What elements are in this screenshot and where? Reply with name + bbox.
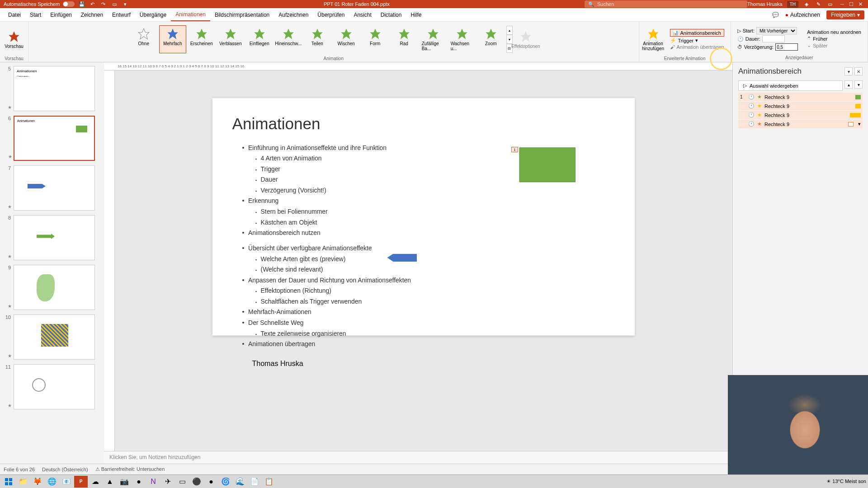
save-icon[interactable]: 💾 <box>78 0 85 8</box>
weather-widget[interactable]: ☀ 13°C Meist son <box>826 479 866 484</box>
anim-verblassen[interactable]: Verblassen <box>217 25 244 53</box>
language-status[interactable]: Deutsch (Österreich) <box>42 467 88 472</box>
app-icon[interactable]: ● <box>132 476 146 488</box>
tab-animationen[interactable]: Animationen <box>171 9 210 21</box>
anim-erscheinen[interactable]: Erscheinen <box>188 25 215 53</box>
comments-icon[interactable]: 💬 <box>772 12 779 18</box>
tab-start[interactable]: Start <box>25 9 46 21</box>
app-icon[interactable]: 📄 <box>248 476 261 488</box>
outlook-icon[interactable]: 📧 <box>60 476 73 488</box>
tab-zeichnen[interactable]: Zeichnen <box>76 9 108 21</box>
slide-thumb-10[interactable]: ★ <box>14 314 95 360</box>
anim-teilen[interactable]: Teilen <box>304 25 331 53</box>
anim-pane-close[interactable]: ✕ <box>854 67 863 75</box>
explorer-icon[interactable]: 📁 <box>16 476 30 488</box>
author-text[interactable]: Thomas Hruska <box>252 360 615 368</box>
tab-ueberpruefen[interactable]: Überprüfen <box>313 9 349 21</box>
slide-thumb-6[interactable]: Animationen★ <box>14 116 95 161</box>
play-selection-button[interactable]: ▷ Auswahl wiedergeben <box>738 80 843 91</box>
slide-canvas[interactable]: Animationen Einführung in Animationseffe… <box>115 70 732 451</box>
vlc-icon[interactable]: ▲ <box>103 476 117 488</box>
telegram-icon[interactable]: ✈ <box>161 476 175 488</box>
undo-icon[interactable]: ↶ <box>89 0 96 8</box>
animation-tag[interactable]: 1 <box>511 147 518 152</box>
window-icon[interactable]: ▭ <box>826 0 834 8</box>
slide[interactable]: Animationen Einführung in Animationseffe… <box>212 98 635 336</box>
maximize-button[interactable]: ☐ <box>847 1 855 7</box>
anim-ohne[interactable]: Ohne <box>130 25 157 53</box>
app-icon[interactable]: ● <box>204 476 218 488</box>
anim-form[interactable]: Form <box>362 25 389 53</box>
move-up-button[interactable]: ▴ <box>844 80 853 89</box>
tab-uebergaenge[interactable]: Übergänge <box>135 9 171 21</box>
anim-wachsen[interactable]: Wachsen u... <box>448 25 476 53</box>
gallery-up[interactable]: ▴ <box>506 26 513 35</box>
app-icon[interactable]: 📋 <box>262 476 276 488</box>
close-button[interactable]: ✕ <box>856 1 864 7</box>
dropdown-icon[interactable]: ▾ <box>122 0 129 8</box>
slide-thumb-7[interactable]: ★ <box>14 165 95 211</box>
dauer-input[interactable] <box>762 35 785 42</box>
animationsbereich-button[interactable]: 📊 Animationsbereich <box>670 29 724 37</box>
obs-icon[interactable]: ⚫ <box>190 476 203 488</box>
tab-datei[interactable]: Datei <box>4 9 25 21</box>
search-box[interactable]: 🔍 Suchen <box>585 0 747 8</box>
app-icon[interactable]: ▭ <box>175 476 189 488</box>
slide-title[interactable]: Animationen <box>232 115 615 133</box>
pen-icon[interactable]: ✎ <box>815 0 822 8</box>
move-down-button[interactable]: ▾ <box>854 80 863 89</box>
app-icon[interactable]: 🌀 <box>219 476 232 488</box>
tab-dictation[interactable]: Dictation <box>376 9 406 21</box>
item-dropdown-icon[interactable]: ▾ <box>858 121 861 127</box>
slide-thumb-9[interactable]: ★ <box>14 265 95 310</box>
accessibility-status[interactable]: ⚠ Barrierefreiheit: Untersuchen <box>95 466 165 472</box>
slide-counter[interactable]: Folie 6 von 26 <box>4 467 35 472</box>
green-rectangle-shape[interactable] <box>519 148 576 183</box>
anim-list-item[interactable]: 1🕐★Rechteck 9 <box>738 93 863 101</box>
gallery-down[interactable]: ▾ <box>506 35 513 44</box>
aufzeichnen-button[interactable]: ●Aufzeichnen <box>782 10 824 19</box>
anim-list-item[interactable]: 🕐★Rechteck 9 <box>738 102 863 110</box>
anim-zoom[interactable]: Zoom <box>477 25 505 53</box>
slideshow-icon[interactable]: ▭ <box>111 0 118 8</box>
app-icon[interactable]: 📷 <box>118 476 131 488</box>
tab-aufzeichnen[interactable]: Aufzeichnen <box>274 9 313 21</box>
freigeben-button[interactable]: Freigeben▾ <box>826 10 864 19</box>
firefox-icon[interactable]: 🦊 <box>31 476 44 488</box>
app-icon[interactable]: ☁ <box>89 476 102 488</box>
user-badge[interactable]: TH <box>787 1 798 8</box>
anim-rad[interactable]: Rad <box>391 25 418 53</box>
anim-list-item[interactable]: 🕐★Rechteck 9 <box>738 111 863 119</box>
notes-area[interactable]: Klicken Sie, um Notizen hinzuzufügen <box>104 451 732 464</box>
tab-bildschirmpraesentation[interactable]: Bildschirmpräsentation <box>210 9 274 21</box>
minimize-button[interactable]: ─ <box>838 1 846 7</box>
coming-soon-icon[interactable]: ◈ <box>803 0 810 8</box>
blue-arrow-shape[interactable] <box>387 254 417 262</box>
slide-thumb-11[interactable]: ★ <box>14 364 95 409</box>
frueher-button[interactable]: ⌃ Früher <box>807 36 861 42</box>
anim-mehrfach[interactable]: Mehrfach <box>159 25 186 53</box>
tab-hilfe[interactable]: Hilfe <box>406 9 426 21</box>
chrome-icon[interactable]: 🌐 <box>45 476 59 488</box>
slide-panel[interactable]: 5Animationen• Lorem ipsum...★ 6Animation… <box>0 62 104 464</box>
start-select[interactable]: Mit Vorheriger <box>756 27 797 34</box>
tab-entwurf[interactable]: Entwurf <box>108 9 135 21</box>
tab-ansicht[interactable]: Ansicht <box>349 9 376 21</box>
slide-thumb-5[interactable]: Animationen• Lorem ipsum...★ <box>14 66 95 111</box>
start-button[interactable] <box>2 476 15 488</box>
slide-thumb-8[interactable]: ★ <box>14 215 95 260</box>
anim-zufaellige[interactable]: Zufällige Ba... <box>420 25 447 53</box>
redo-icon[interactable]: ↷ <box>100 0 107 8</box>
tab-einfuegen[interactable]: Einfügen <box>46 9 76 21</box>
anim-pane-dropdown[interactable]: ▾ <box>844 67 853 75</box>
anim-einfliegen[interactable]: Einfliegen <box>246 25 273 53</box>
trigger-button[interactable]: ⚡ Trigger ▾ <box>670 38 724 43</box>
edge-icon[interactable]: 🌊 <box>233 476 247 488</box>
verzoegerung-input[interactable] <box>775 43 798 51</box>
anim-wischen[interactable]: Wischen <box>333 25 360 53</box>
anim-list-item[interactable]: 🕐★Rechteck 9▾ <box>738 120 863 128</box>
autosave-toggle[interactable]: Automatisches Speichern <box>4 1 75 7</box>
powerpoint-icon[interactable]: P <box>74 476 88 488</box>
vorschau-button[interactable]: Vorschau <box>3 23 25 55</box>
onenote-icon[interactable]: N <box>146 476 160 488</box>
